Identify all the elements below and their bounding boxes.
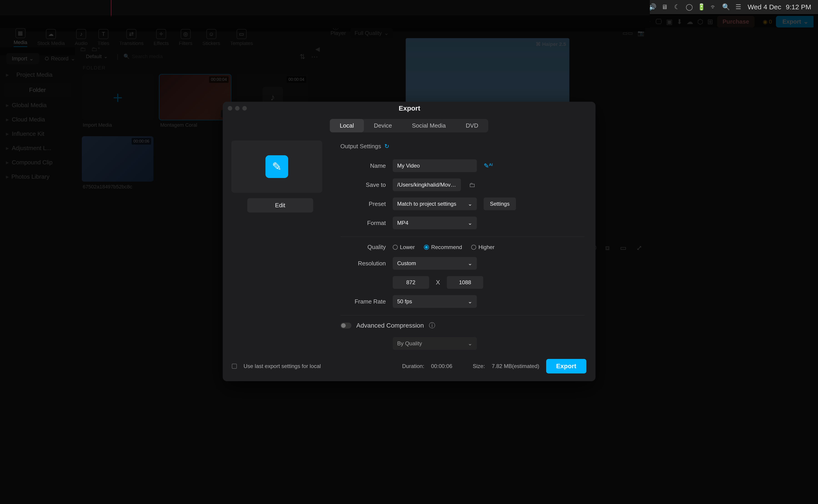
resolution-value: Custom	[397, 260, 416, 267]
chevron-down-icon: ⌄	[468, 298, 472, 305]
resolution-select[interactable]: Custom⌄	[393, 257, 477, 270]
save-to-input[interactable]: /Users/kingkhalid/Movies/	[393, 178, 461, 191]
output-settings-label: Output Settings	[341, 143, 381, 150]
size-value: 7.82 MB(estimated)	[492, 363, 539, 369]
modal-minimize-icon[interactable]	[235, 106, 240, 111]
export-modal-backdrop: Export Local Device Social Media DVD ✎ E…	[0, 15, 818, 504]
compression-value: By Quality	[397, 340, 422, 347]
quality-label: Quality	[341, 244, 386, 251]
chevron-down-icon: ⌄	[468, 220, 472, 226]
modal-close-icon[interactable]	[228, 106, 232, 111]
status-icon-display[interactable]: 🖥	[660, 3, 669, 11]
status-icon-control-center[interactable]: ☰	[734, 3, 743, 11]
resolution-label: Resolution	[341, 260, 386, 267]
size-label: Size:	[473, 363, 485, 369]
frame-rate-label: Frame Rate	[341, 298, 386, 305]
chevron-down-icon: ⌄	[468, 201, 472, 207]
duration-value: 00:00:06	[431, 363, 452, 369]
export-modal-title: Export	[247, 104, 572, 112]
export-preview-thumbnail: ✎	[232, 141, 322, 193]
format-select[interactable]: MP4⌄	[393, 217, 477, 229]
frame-rate-value: 50 fps	[397, 298, 412, 305]
export-tab-dvd[interactable]: DVD	[456, 119, 488, 132]
name-label: Name	[341, 162, 386, 169]
radio-label: Higher	[478, 244, 495, 250]
export-modal: Export Local Device Social Media DVD ✎ E…	[223, 102, 595, 381]
status-icon-spotlight[interactable]: 🔍	[721, 3, 731, 11]
export-tab-social[interactable]: Social Media	[402, 119, 456, 132]
compression-mode-select: By Quality⌄	[393, 337, 477, 350]
export-tab-device[interactable]: Device	[364, 119, 402, 132]
export-name-input[interactable]: My Video	[393, 159, 477, 172]
menubar-time[interactable]: 9:12 PM	[786, 3, 811, 11]
advanced-compression-toggle[interactable]	[341, 323, 351, 329]
playhead[interactable]	[111, 0, 111, 17]
preset-settings-button[interactable]: Settings	[484, 198, 516, 210]
ai-name-icon[interactable]: ✎ᴬᴵ	[484, 162, 493, 170]
edit-thumbnail-button[interactable]: Edit	[247, 198, 313, 212]
preset-label: Preset	[341, 200, 386, 208]
preset-select[interactable]: Match to project settings⌄	[393, 198, 477, 210]
radio-label: Lower	[400, 244, 415, 250]
export-destination-segmented: Local Device Social Media DVD	[330, 119, 488, 132]
use-last-settings-checkbox[interactable]	[232, 364, 237, 369]
resolution-width-input[interactable]: 872	[393, 276, 429, 289]
quality-lower-radio[interactable]: Lower	[393, 244, 415, 250]
use-last-settings-label: Use last export settings for local	[244, 363, 321, 369]
export-tab-local[interactable]: Local	[330, 119, 364, 132]
app-window: Untitled ⓘ ✦ 🖵 ▣ ⬇ ☁ ⬡ ⊞ Purchase ◉ 0 Ex…	[0, 15, 818, 504]
name-value: My Video	[397, 163, 420, 169]
chevron-down-icon: ⌄	[468, 260, 472, 267]
chevron-down-icon: ⌄	[468, 340, 472, 347]
save-path: /Users/kingkhalid/Movies/	[397, 182, 456, 188]
radio-label: Recommend	[431, 244, 462, 250]
status-icon-battery[interactable]: 🔋	[697, 3, 706, 11]
refresh-icon[interactable]: ↻	[384, 143, 389, 150]
resolution-height-input[interactable]: 1088	[447, 276, 483, 289]
format-label: Format	[341, 220, 386, 227]
export-confirm-button[interactable]: Export	[546, 359, 586, 373]
pencil-icon: ✎	[266, 155, 288, 178]
quality-recommend-radio[interactable]: Recommend	[424, 244, 462, 250]
format-value: MP4	[397, 220, 408, 226]
advanced-compression-label: Advanced Compression	[356, 322, 424, 329]
frame-rate-select[interactable]: 50 fps⌄	[393, 295, 477, 308]
x-separator: X	[436, 279, 440, 286]
modal-zoom-icon[interactable]	[242, 106, 247, 111]
info-icon[interactable]: ⓘ	[429, 321, 435, 330]
status-icon-wifi[interactable]: ᯤ	[709, 3, 719, 11]
status-icon-user[interactable]: ◯	[684, 3, 694, 11]
browse-folder-icon[interactable]: 🗀	[468, 181, 477, 189]
preset-value: Match to project settings	[397, 201, 456, 207]
save-to-label: Save to	[341, 181, 386, 188]
quality-higher-radio[interactable]: Higher	[471, 244, 495, 250]
status-icon-moon[interactable]: ☾	[672, 3, 682, 11]
duration-label: Duration:	[402, 363, 424, 369]
menubar-date[interactable]: Wed 4 Dec	[748, 3, 781, 11]
